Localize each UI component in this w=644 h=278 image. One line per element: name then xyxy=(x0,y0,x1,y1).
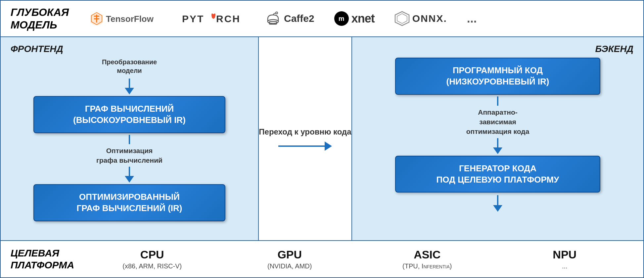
caffe2-item: Caffe2 xyxy=(265,12,314,26)
gpu-sub: (NVIDIA, AMD) xyxy=(267,262,312,270)
arrow-down-backend-3 xyxy=(493,195,502,212)
cpu-sub: (x86, ARM, RISC-V) xyxy=(122,262,182,270)
onnx-icon xyxy=(394,11,410,26)
mxnet-item: m xnet xyxy=(334,11,375,26)
gpu-name: GPU xyxy=(277,248,302,261)
computation-graph-box: ГРАФ ВЫЧИСЛЕНИЙ(ВЫСОКОУРОВНЕВЫЙ IR) xyxy=(33,96,225,133)
arrow-down-3 xyxy=(125,167,134,183)
platform-cpu: CPU (x86, ARM, RISC-V) xyxy=(83,248,221,270)
top-row: ГЛУБОКАЯМОДЕЛЬ TensorFlow xyxy=(1,1,643,37)
mxnet-logo: m xyxy=(334,11,349,26)
model-transform-label: Преобразованиемодели xyxy=(102,58,157,75)
frameworks-row: TensorFlow PYT RCH xyxy=(90,11,633,26)
onnx-item: ONNX. xyxy=(394,11,447,26)
svg-text:RCH: RCH xyxy=(216,13,241,24)
caffe2-icon xyxy=(265,12,281,26)
target-platform-title: ЦЕЛЕВАЯПЛАТФОРМА xyxy=(11,247,83,271)
pytorch-item: PYT RCH xyxy=(182,12,245,26)
tensorflow-item: TensorFlow xyxy=(90,12,162,25)
optimized-graph-box: ОПТИМИЗИРОВАННЫЙГРАФ ВЫЧИСЛЕНИЙ (IR) xyxy=(33,184,225,221)
asic-name: ASIC xyxy=(414,248,440,261)
cpu-name: CPU xyxy=(140,248,164,261)
main-container: ГЛУБОКАЯМОДЕЛЬ TensorFlow xyxy=(0,0,644,278)
graph-optimization-label: Оптимизацияграфа вычислений xyxy=(96,146,162,165)
svg-text:PYT: PYT xyxy=(182,13,204,24)
tensorflow-icon xyxy=(90,12,103,25)
arrow-down-2 xyxy=(129,135,130,144)
arrow-down-1 xyxy=(125,79,134,94)
bottom-row: ЦЕЛЕВАЯПЛАТФОРМА CPU (x86, ARM, RISC-V) … xyxy=(1,241,643,277)
program-code-box: ПРОГРАММНЫЙ КОД(НИЗКОУРОВНЕВЫЙ IR) xyxy=(395,58,600,95)
arrow-down-backend-1 xyxy=(497,96,498,106)
frontend-label: ФРОНТЕНД xyxy=(11,44,248,54)
svg-marker-9 xyxy=(397,14,407,24)
svg-point-6 xyxy=(276,12,278,14)
more-frameworks: ... xyxy=(467,12,477,26)
transition-label: Переход к уровню кода xyxy=(259,127,351,137)
mxnet-text: xnet xyxy=(351,12,375,26)
platform-items: CPU (x86, ARM, RISC-V) GPU (NVIDIA, AMD)… xyxy=(83,248,633,270)
pytorch-icon: PYT RCH xyxy=(182,12,245,26)
deep-model-title: ГЛУБОКАЯМОДЕЛЬ xyxy=(11,6,70,31)
tensorflow-text-icon: TensorFlow xyxy=(106,13,162,25)
hw-optimization-label: Аппаратно-зависимаяоптимизация кода xyxy=(466,107,529,137)
backend-label: БЭКЕНД xyxy=(595,44,633,54)
onnx-text: ONNX. xyxy=(412,13,447,24)
caffe2-text: Caffe2 xyxy=(284,13,314,24)
asic-sub: (TPU, Inferentia) xyxy=(402,262,452,270)
platform-npu: NPU ... xyxy=(496,248,634,270)
svg-text:TensorFlow: TensorFlow xyxy=(106,14,154,24)
platform-gpu: GPU (NVIDIA, AMD) xyxy=(221,248,359,270)
middle-arrow-section: Переход к уровню кода xyxy=(259,37,351,240)
platform-asic: ASIC (TPU, Inferentia) xyxy=(358,248,496,270)
middle-row: ФРОНТЕНД Преобразованиемодели ГРАФ ВЫЧИС… xyxy=(1,37,643,241)
npu-sub: ... xyxy=(562,262,568,270)
arrow-down-backend-2 xyxy=(493,138,502,154)
frontend-section: ФРОНТЕНД Преобразованиемодели ГРАФ ВЫЧИС… xyxy=(1,37,259,240)
backend-section: БЭКЕНД ПРОГРАММНЫЙ КОД(НИЗКОУРОВНЕВЫЙ IR… xyxy=(351,37,643,240)
npu-name: NPU xyxy=(553,248,576,261)
code-generator-box: ГЕНЕРАТОР КОДАПОД ЦЕЛЕВУЮ ПЛАТФОРМУ xyxy=(395,156,600,193)
